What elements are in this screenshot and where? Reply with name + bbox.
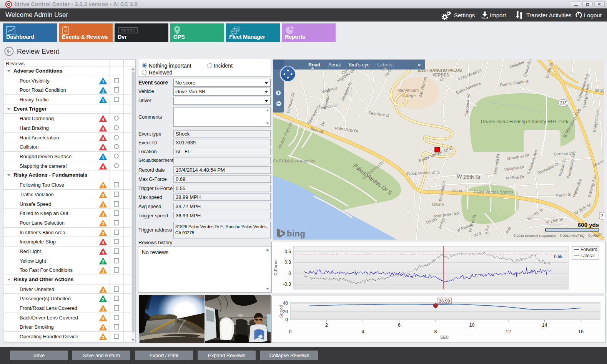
svg-text:4: 4	[102, 127, 105, 131]
svg-text:bing: bing	[287, 229, 305, 238]
svg-text:0: 0	[289, 329, 292, 334]
svg-text:3: 3	[102, 316, 104, 321]
svg-text:0.55: 0.55	[554, 254, 562, 259]
svg-text:Labels: Labels	[377, 62, 392, 68]
svg-text:-0.3: -0.3	[283, 281, 291, 287]
svg-text:0.3: 0.3	[284, 260, 291, 265]
svg-text:0: 0	[285, 317, 288, 323]
svg-text:14: 14	[542, 323, 547, 328]
svg-text:Deane Dana Frndshp Cmmnty RGL: Deane Dana Frndshp Cmmnty RGL Park	[481, 119, 569, 124]
svg-text:3: 3	[102, 184, 104, 188]
svg-text:2: 2	[601, 214, 603, 218]
svg-text:© 2014 Microsoft Corporation: © 2014 Microsoft Corporation © 2010 NAVT…	[514, 234, 598, 238]
svg-text:6: 6	[398, 323, 401, 328]
svg-text:36.99: 36.99	[439, 299, 450, 303]
svg-text:3: 3	[102, 212, 104, 217]
svg-text:4: 4	[102, 165, 105, 169]
svg-text:4: 4	[102, 136, 105, 141]
svg-text:4: 4	[102, 250, 105, 255]
svg-text:Marymount: Marymount	[397, 88, 419, 93]
svg-text:1: 1	[102, 79, 104, 84]
svg-text:|: |	[374, 62, 375, 68]
svg-text:SEC: SEC	[440, 335, 449, 339]
svg-text:G-Force: G-Force	[273, 260, 278, 276]
svg-text:3: 3	[102, 335, 104, 340]
svg-text:W 25th St: W 25th St	[457, 173, 481, 180]
svg-text:600 yds: 600 yds	[578, 222, 599, 228]
svg-text:Divino: Divino	[432, 202, 444, 207]
svg-text:8: 8	[434, 329, 437, 334]
svg-text:4: 4	[102, 240, 105, 245]
svg-text:Road: Road	[308, 62, 320, 68]
svg-text:3: 3	[102, 231, 104, 236]
svg-text:3: 3	[102, 222, 104, 226]
svg-text:3: 3	[102, 203, 104, 207]
svg-text:Dicha: Dicha	[451, 188, 462, 193]
svg-text:2: 2	[325, 323, 328, 328]
svg-text:3: 3	[102, 269, 104, 273]
svg-text:16: 16	[578, 329, 584, 334]
svg-text:20: 20	[283, 309, 288, 314]
svg-text:Forward: Forward	[580, 247, 597, 252]
svg-text:Bird's eye: Bird's eye	[349, 62, 370, 68]
svg-text:10: 10	[469, 323, 475, 328]
svg-text:3: 3	[102, 326, 104, 330]
svg-text:0.6: 0.6	[284, 249, 291, 254]
svg-text:Speed: Speed	[279, 305, 283, 318]
svg-text:4: 4	[102, 146, 105, 150]
svg-text:40: 40	[283, 301, 288, 306]
svg-text:Palos Verdes Shores: Palos Verdes Shores	[474, 190, 513, 194]
svg-text:4: 4	[102, 117, 105, 122]
svg-text:Lateral: Lateral	[580, 253, 595, 258]
svg-text:«: «	[418, 62, 421, 68]
svg-text:VERDES: VERDES	[432, 73, 449, 77]
svg-text:College: College	[401, 93, 416, 98]
svg-text:3: 3	[102, 288, 104, 293]
svg-text:4: 4	[362, 329, 364, 334]
svg-text:1: 1	[102, 89, 104, 93]
svg-text:1: 1	[102, 155, 104, 160]
svg-text:3: 3	[102, 307, 104, 311]
svg-text:2: 2	[102, 260, 104, 264]
svg-text:0: 0	[288, 271, 291, 276]
svg-text:3: 3	[102, 193, 104, 198]
svg-text:W 10t: W 10t	[595, 88, 604, 93]
svg-text:|: |	[393, 62, 394, 68]
svg-text:1: 1	[102, 98, 104, 103]
svg-text:12: 12	[506, 329, 511, 334]
svg-text:Aerial: Aerial	[328, 62, 341, 68]
svg-text:213: 213	[560, 101, 567, 105]
svg-text:2: 2	[102, 297, 104, 302]
svg-text:Golf Club-Los Angelas: Golf Club-Los Angelas	[273, 159, 315, 163]
